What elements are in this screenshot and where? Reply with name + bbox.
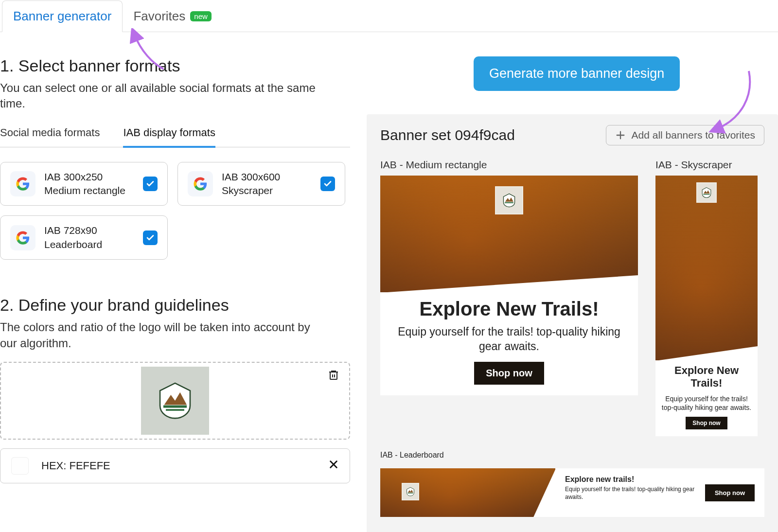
- svg-rect-0: [330, 372, 337, 379]
- main-tabs: Banner generator Favorites new: [0, 0, 778, 32]
- tab-banner-generator[interactable]: Banner generator: [2, 0, 123, 32]
- ad-cta: Shop now: [686, 417, 727, 429]
- tab-label: Banner generator: [13, 9, 111, 24]
- format-line1: IAB 728x90: [44, 224, 134, 237]
- format-grid: IAB 300x250 Medium rectangle IAB 300x600…: [0, 162, 350, 260]
- subtab-social[interactable]: Social media formats: [0, 123, 100, 147]
- format-line2: Skyscraper: [222, 184, 312, 197]
- step2-sub: The colors and ratio of the logo will be…: [0, 319, 326, 351]
- banner-preview-skyscraper[interactable]: Explore New Trails! Equip yourself for t…: [655, 176, 758, 436]
- plus-icon: [615, 130, 626, 141]
- subtab-iab[interactable]: IAB display formats: [123, 123, 215, 148]
- hex-label: HEX: FEFEFE: [41, 460, 110, 472]
- add-fav-label: Add all banners to favorites: [632, 129, 755, 141]
- ad-body: Equip yourself for the trails! top-quali…: [565, 486, 700, 501]
- add-all-favorites-button[interactable]: Add all banners to favorites: [606, 125, 764, 145]
- format-text: IAB 728x90 Leaderboard: [44, 224, 134, 251]
- ad-cta: Shop now: [705, 484, 755, 501]
- delete-logo-button[interactable]: [328, 369, 339, 383]
- step2-heading: 2. Define your brand guidelines: [0, 296, 350, 315]
- google-icon: [10, 225, 35, 250]
- generate-more-button[interactable]: Generate more banner design: [474, 56, 680, 91]
- format-text: IAB 300x250 Medium rectangle: [44, 170, 134, 198]
- format-card-medium-rectangle[interactable]: IAB 300x250 Medium rectangle: [0, 162, 168, 206]
- logo-chip-icon: [696, 182, 717, 203]
- logo-dropzone[interactable]: [0, 362, 350, 440]
- logo-thumbnail: [141, 367, 209, 435]
- tab-label: Favorites: [133, 9, 185, 24]
- clear-color-button[interactable]: [328, 459, 339, 473]
- format-text: IAB 300x600 Skyscraper: [222, 170, 312, 198]
- color-swatch: [11, 457, 29, 475]
- checkbox-checked-icon[interactable]: [143, 231, 158, 245]
- ad-headline: Explore New Trails!: [660, 364, 753, 390]
- results-panel: Banner set 094f9cad Add all banners to f…: [367, 114, 778, 532]
- format-line2: Leaderboard: [44, 238, 134, 251]
- color-input-row[interactable]: HEX: FEFEFE: [0, 448, 350, 483]
- logo-chip-icon: [402, 483, 419, 500]
- banner-set-title: Banner set 094f9cad: [380, 127, 515, 143]
- step1-sub: You can select one or all available soci…: [0, 80, 326, 112]
- format-line1: IAB 300x250: [44, 170, 134, 184]
- format-subtabs: Social media formats IAB display formats: [0, 123, 350, 147]
- banner-preview-medium[interactable]: Explore New Trails! Equip yourself for t…: [380, 176, 638, 395]
- preview-label-skyscraper: IAB - Skyscraper: [655, 159, 758, 171]
- ad-headline: Explore new trails!: [565, 475, 700, 484]
- banner-preview-leaderboard[interactable]: Explore new trails! Equip yourself for t…: [380, 468, 764, 517]
- checkbox-checked-icon[interactable]: [320, 177, 335, 191]
- google-icon: [188, 171, 213, 196]
- format-card-leaderboard[interactable]: IAB 728x90 Leaderboard: [0, 215, 168, 260]
- tab-favorites[interactable]: Favorites new: [123, 0, 222, 32]
- step1-heading: 1. Select banner formats: [0, 56, 350, 75]
- format-line1: IAB 300x600: [222, 170, 312, 184]
- preview-label-leaderboard: IAB - Leaderboard: [380, 451, 764, 460]
- ad-cta: Shop now: [474, 362, 544, 385]
- preview-label-medium: IAB - Medium rectangle: [380, 159, 638, 171]
- ad-headline: Explore New Trails!: [390, 298, 628, 320]
- google-icon: [10, 171, 35, 196]
- ad-body: Equip yourself for the trails! top-quali…: [660, 394, 753, 412]
- logo-chip-icon: [495, 186, 523, 214]
- ad-body: Equip yourself for the trails! top-quali…: [390, 325, 628, 354]
- new-badge: new: [190, 11, 212, 21]
- format-card-skyscraper[interactable]: IAB 300x600 Skyscraper: [177, 162, 345, 206]
- checkbox-checked-icon[interactable]: [143, 177, 158, 191]
- format-line2: Medium rectangle: [44, 184, 134, 197]
